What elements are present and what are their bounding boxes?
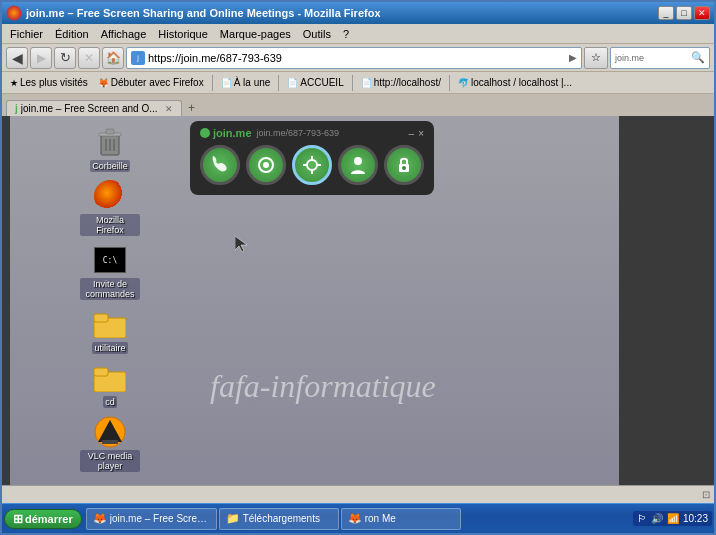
desktop-icon-vlc[interactable]: VLC media player [80, 416, 140, 472]
maximize-button[interactable]: □ [676, 6, 692, 20]
joinme-close-btn[interactable]: × [418, 128, 424, 139]
back-button[interactable]: ◀ [6, 47, 28, 69]
bookmark-separator-2 [278, 75, 279, 91]
taskbar-items: 🦊 join.me – Free Scren... 📁 Téléchargeme… [86, 508, 633, 530]
right-sidebar [619, 116, 714, 485]
taskbar-label-2: ron Me [365, 513, 396, 524]
cursor [235, 236, 247, 248]
stop-button[interactable]: ✕ [78, 47, 100, 69]
menu-edition[interactable]: Édition [49, 26, 95, 42]
tab-close-0[interactable]: ✕ [165, 104, 173, 114]
taskbar-item-1[interactable]: 📁 Téléchargements [219, 508, 339, 530]
taskbar-label-0: join.me – Free Scren... [110, 513, 210, 524]
bookmark-label-2: À la une [234, 77, 271, 88]
star-button[interactable]: ☆ [584, 47, 608, 69]
tab-0[interactable]: j join.me – Free Screen and O... ✕ [6, 100, 182, 116]
firefox-desktop-icon [94, 180, 126, 212]
joinme-minimize-btn[interactable]: – [409, 128, 415, 139]
firefox-titlebar-icon [6, 5, 22, 21]
bookmark-label-4: http://localhost/ [374, 77, 441, 88]
svg-point-20 [354, 157, 362, 165]
title-bar: join.me – Free Screen Sharing and Online… [2, 2, 714, 24]
svg-rect-7 [94, 314, 108, 322]
menu-bar: Fichier Édition Affichage Historique Mar… [2, 24, 714, 44]
joinme-logo-text: join.me [213, 127, 252, 139]
bookmark-accueil[interactable]: 📄 ACCUEIL [283, 76, 347, 89]
home-button[interactable]: 🏠 [102, 47, 124, 69]
left-sidebar [2, 116, 10, 485]
taskbar-icon-0: 🦊 [93, 512, 107, 525]
bookmark-icon-4: 📄 [361, 78, 372, 88]
start-button-label: démarrer [25, 513, 73, 525]
bookmark-label-3: ACCUEIL [300, 77, 343, 88]
window-controls: _ □ ✕ [658, 6, 710, 20]
bookmark-separator-4 [449, 75, 450, 91]
taskbar-item-2[interactable]: 🦊 ron Me [341, 508, 461, 530]
menu-help[interactable]: ? [337, 26, 355, 42]
desktop-icon-cd[interactable]: cd [80, 362, 140, 408]
vlc-label: VLC media player [80, 450, 140, 472]
start-button[interactable]: ⊞ démarrer [4, 509, 82, 529]
joinme-logo-dot [200, 128, 210, 138]
bookmarks-bar: ★ Les plus visités 🦊 Débuter avec Firefo… [2, 72, 714, 94]
minimize-button[interactable]: _ [658, 6, 674, 20]
joinme-popup: join.me join.me/687-793-639 – × [190, 121, 434, 195]
bookmark-icon-5: 🐬 [458, 78, 469, 88]
joinme-lock-button[interactable] [384, 145, 424, 185]
taskbar-icon-2: 🦊 [348, 512, 362, 525]
bookmark-localhost[interactable]: 📄 http://localhost/ [357, 76, 445, 89]
start-button-icon: ⊞ [13, 512, 23, 526]
desktop-icon-utilitaire[interactable]: utilitaire [80, 308, 140, 354]
menu-outils[interactable]: Outils [297, 26, 337, 42]
bookmark-icon-3: 📄 [287, 78, 298, 88]
taskbar-item-0[interactable]: 🦊 join.me – Free Scren... [86, 508, 217, 530]
joinme-screen-button[interactable] [292, 145, 332, 185]
tab-label-0: join.me – Free Screen and O... [21, 103, 158, 114]
corbeille-icon [94, 126, 126, 158]
menu-historique[interactable]: Historique [152, 26, 214, 42]
desktop-icons: Corbeille Mozilla Firefox C:\ [80, 126, 140, 472]
desktop-icon-cmd[interactable]: C:\ Invite de commandes [80, 244, 140, 300]
status-bar: ⊡ [2, 485, 714, 503]
url-favicon: j [131, 51, 145, 65]
menu-marquepages[interactable]: Marque-pages [214, 26, 297, 42]
window-title: join.me – Free Screen Sharing and Online… [26, 7, 381, 19]
search-bar[interactable]: join.me 🔍 [610, 47, 710, 69]
status-bar-right: ⊡ [702, 489, 710, 500]
bookmark-icon-0: ★ [10, 78, 18, 88]
taskbar-icon-1: 📁 [226, 512, 240, 525]
cd-icon [94, 362, 126, 394]
url-text: https://join.me/687-793-639 [148, 52, 565, 64]
forward-button[interactable]: ▶ [30, 47, 52, 69]
reload-button[interactable]: ↻ [54, 47, 76, 69]
url-bar[interactable]: j https://join.me/687-793-639 ▶ [126, 47, 582, 69]
bookmark-debuter[interactable]: 🦊 Débuter avec Firefox [94, 76, 208, 89]
joinme-camera-button[interactable] [246, 145, 286, 185]
tab-icon-0: j [15, 103, 18, 114]
url-go-arrow[interactable]: ▶ [569, 52, 577, 63]
cmd-icon: C:\ [94, 244, 126, 276]
close-button[interactable]: ✕ [694, 6, 710, 20]
svg-rect-12 [102, 440, 118, 444]
desktop-icon-firefox[interactable]: Mozilla Firefox [80, 180, 140, 236]
taskbar: ⊞ démarrer 🦊 join.me – Free Scren... 📁 T… [2, 503, 714, 533]
joinme-person-button[interactable] [338, 145, 378, 185]
resize-icon: ⊡ [702, 489, 710, 500]
new-tab-button[interactable]: + [184, 100, 200, 116]
content-area: Corbeille Mozilla Firefox C:\ [2, 116, 714, 485]
search-icon: 🔍 [691, 51, 705, 64]
bookmark-a-la-une[interactable]: 📄 À la une [217, 76, 275, 89]
bookmark-localhost-full[interactable]: 🐬 localhost / localhost |... [454, 76, 576, 89]
cmd-label: Invite de commandes [80, 278, 140, 300]
svg-point-14 [263, 162, 269, 168]
cd-label: cd [103, 396, 117, 408]
tab-bar: j join.me – Free Screen and O... ✕ + [2, 94, 714, 116]
menu-affichage[interactable]: Affichage [95, 26, 153, 42]
taskbar-label-1: Téléchargements [243, 513, 320, 524]
joinme-phone-button[interactable] [200, 145, 240, 185]
menu-fichier[interactable]: Fichier [4, 26, 49, 42]
firefox-label: Mozilla Firefox [80, 214, 140, 236]
desktop-icon-corbeille[interactable]: Corbeille [80, 126, 140, 172]
bookmark-les-plus-visites[interactable]: ★ Les plus visités [6, 76, 92, 89]
bookmark-label-0: Les plus visités [20, 77, 88, 88]
